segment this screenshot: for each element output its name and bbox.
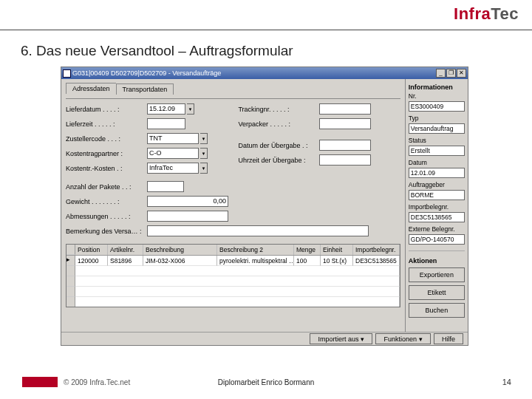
slide-title: 6. Das neue Versandtool – Auftragsformul… [21, 43, 293, 59]
label-trackingnr: Trackingnr. . . . . : [238, 106, 318, 113]
label-uhrzeit-uebergabe: Uhrzeit der Übergabe : [238, 157, 318, 164]
input-anzpakete[interactable] [147, 181, 184, 192]
input-lieferzeit[interactable] [147, 118, 185, 129]
col-artikelnr[interactable]: Artikelnr. [108, 245, 143, 255]
label-lieferdatum: Lieferdatum . . . . : [66, 106, 146, 113]
label-kostentkosten: Kostentr.-Kosten . : [66, 165, 146, 172]
side-panel: Informationen Nr. ES3000409 Typ Versanda… [405, 79, 468, 332]
col-einheit[interactable]: Einheit [321, 245, 353, 255]
row-selector-icon[interactable]: ▸ [66, 256, 75, 266]
dropdown-icon[interactable]: ▼ [200, 163, 208, 174]
col-importbelegnr[interactable]: Importbelegnr. [353, 245, 400, 255]
label-bemerkung: Bemerkung des Versa… : [66, 228, 146, 235]
input-uhrzeit-uebergabe[interactable] [319, 154, 371, 166]
footer-title: Diplomarbeit Enrico Bormann [218, 378, 315, 386]
chevron-down-icon: ▾ [361, 335, 364, 343]
label-anzpakete: Anzahl der Pakete . . : [66, 183, 146, 191]
input-verpacker[interactable] [319, 118, 371, 129]
input-kostentkosten[interactable]: InfraTec [147, 163, 199, 174]
label-abmessungen: Abmessungen . . . . . : [66, 213, 146, 220]
table-row[interactable]: ▸ 120000 S81896 JIM-032-X006 pyroelektri… [66, 256, 400, 266]
window-footer: Importiert aus▾ Funktionen▾ Hilfe [61, 332, 468, 345]
input-abmessungen[interactable] [147, 211, 228, 222]
input-bemerkung[interactable] [147, 225, 369, 236]
page-number: 14 [502, 378, 511, 386]
label-datum-uebergabe: Datum der Übergabe . : [238, 142, 318, 149]
input-zustellercode[interactable]: TNT [147, 133, 199, 144]
input-lieferdatum[interactable]: 15.12.09 [147, 103, 185, 115]
col-beschreibung[interactable]: Beschreibung [143, 245, 217, 255]
input-trackingnr[interactable] [319, 103, 371, 115]
copyright: © 2009 Infra.Tec.net [64, 378, 130, 386]
label-zustellercode: Zustellercode . . . : [66, 135, 146, 143]
close-button[interactable]: ✕ [457, 69, 466, 78]
side-importbelegnr: DE3C5138565 [409, 212, 465, 222]
slide-footer: © 2009 Infra.Tec.net Diplomarbeit Enrico… [0, 374, 532, 390]
side-typ: Versandauftrag [409, 123, 465, 134]
input-kostentragpartner[interactable]: C-O [147, 148, 199, 159]
etikett-button[interactable]: Etikett [409, 285, 465, 300]
col-beschreibung2[interactable]: Beschreibung 2 [217, 245, 294, 255]
input-datum-uebergabe[interactable] [319, 140, 371, 151]
col-menge[interactable]: Menge [294, 245, 321, 255]
app-icon [63, 69, 71, 78]
side-nr: ES3000409 [409, 101, 465, 112]
side-actions-header: Aktionen [409, 257, 465, 265]
window-title: G031|00409 D502709|D502709 - Versandauft… [72, 69, 221, 77]
minimize-button[interactable]: _ [436, 69, 446, 78]
tab-adressdaten[interactable]: Adressdaten [66, 83, 116, 94]
side-info-header: Informationen [409, 83, 465, 91]
dropdown-icon[interactable]: ▼ [200, 148, 208, 159]
hilfe-button[interactable]: Hilfe [434, 333, 463, 344]
label-lieferzeit: Lieferzeit . . . . . : [66, 120, 146, 128]
col-position[interactable]: Position [75, 245, 108, 255]
maximize-button[interactable]: ❐ [446, 69, 456, 78]
tab-transportdaten[interactable]: Transportdaten [116, 83, 174, 95]
side-externe-belegnr: GD/PO-140570 [409, 234, 465, 245]
label-kostentragpartner: Kostentragpartner : [66, 150, 146, 157]
input-gewicht[interactable]: 0,00 [147, 196, 228, 207]
titlebar[interactable]: G031|00409 D502709|D502709 - Versandauft… [61, 67, 468, 79]
dropdown-icon[interactable]: ▼ [187, 103, 194, 115]
side-datum: 12.01.09 [409, 168, 465, 178]
divider [0, 30, 532, 30]
label-verpacker: Verpacker . . . . . : [238, 120, 318, 128]
funktionen-button[interactable]: Funktionen▾ [375, 333, 431, 344]
brand-logo: InfraTec [454, 4, 519, 24]
footer-accent [22, 377, 58, 387]
dropdown-icon[interactable]: ▼ [200, 133, 208, 144]
items-grid[interactable]: Position Artikelnr. Beschreibung Beschre… [66, 244, 400, 307]
chevron-down-icon: ▾ [419, 335, 423, 343]
app-window: G031|00409 D502709|D502709 - Versandauft… [61, 66, 468, 346]
side-auftraggeber: BORME [409, 190, 465, 200]
side-status: Erstellt [409, 146, 465, 156]
importiert-aus-button[interactable]: Importiert aus▾ [310, 333, 372, 344]
buchen-button[interactable]: Buchen [409, 303, 465, 318]
exportieren-button[interactable]: Exportieren [409, 267, 465, 282]
label-gewicht: Gewicht . . . . . . . : [66, 198, 146, 205]
